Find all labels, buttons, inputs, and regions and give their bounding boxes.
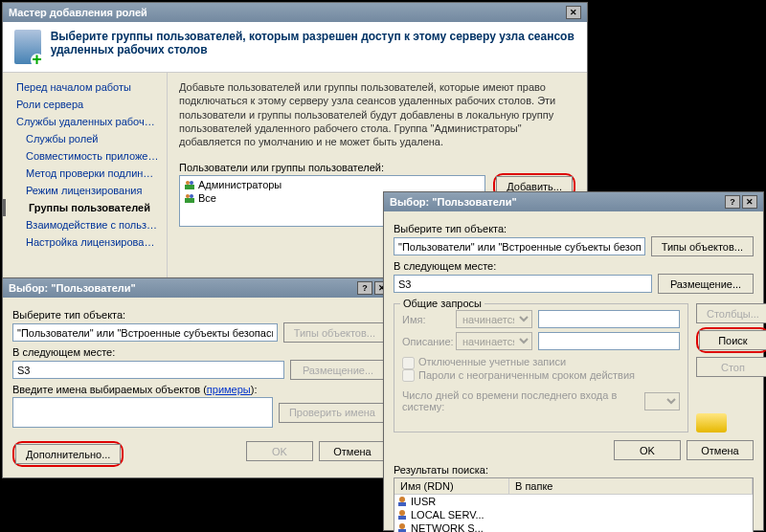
dlg1-type-field: [12, 323, 278, 342]
name-filter-label: Имя:: [402, 314, 450, 325]
close-icon[interactable]: ✕: [566, 6, 581, 19]
group-icon: [184, 192, 195, 204]
svg-point-1: [190, 181, 193, 185]
dlg1-titlebar[interactable]: Выбор: "Пользователи" ? ✕: [3, 278, 395, 298]
locations-button[interactable]: Размещение...: [290, 360, 386, 380]
results-table[interactable]: Имя (RDN) В папке IUSR LOCAL SERV... NET…: [394, 477, 754, 532]
svg-point-10: [399, 523, 405, 529]
stop-button[interactable]: Стоп: [696, 357, 766, 377]
nav-licensing-mode[interactable]: Режим лицензирования: [3, 182, 167, 199]
name-filter-input[interactable]: [538, 310, 680, 328]
wizard-titlebar[interactable]: Мастер добавления ролей ✕: [3, 3, 587, 22]
highlight-find: Поиск: [696, 327, 766, 353]
dlg2-loc-label: В следующем месте:: [394, 260, 754, 272]
table-row[interactable]: NETWORK S...: [394, 521, 753, 532]
nav-server-roles[interactable]: Роли сервера: [3, 96, 167, 113]
nav-before-start[interactable]: Перед началом работы: [3, 78, 167, 96]
help-icon[interactable]: ?: [725, 195, 740, 209]
dlg1-names-label: Введите имена выбираемых объектов (приме…: [12, 384, 386, 395]
users-list-label: Пользователи или группы пользователей:: [179, 162, 485, 173]
svg-rect-9: [398, 516, 406, 520]
user-icon: [396, 509, 408, 521]
dlg2-loc-field: [394, 275, 652, 293]
key-icon: [696, 413, 727, 432]
desc-filter-input[interactable]: [538, 332, 680, 350]
name-match-select[interactable]: начинается с: [456, 310, 532, 328]
cancel-button[interactable]: Отмена: [319, 441, 386, 461]
svg-point-4: [190, 194, 193, 198]
wizard-heading: Выберите группы пользователей, которым р…: [51, 30, 575, 64]
nav-app-compat[interactable]: Совместимость приложений: [3, 147, 167, 165]
nav-role-services[interactable]: Службы ролей: [3, 130, 167, 147]
list-item[interactable]: Администраторы: [182, 178, 483, 191]
wizard-description: Добавьте пользователей или группы пользо…: [179, 80, 575, 148]
dlg1-loc-label: В следующем месте:: [12, 346, 386, 358]
locations-button[interactable]: Размещение...: [658, 274, 754, 294]
table-row[interactable]: LOCAL SERV...: [394, 508, 753, 521]
svg-point-8: [399, 510, 405, 516]
examples-link[interactable]: примеры: [207, 384, 251, 395]
dlg1-type-label: Выберите тип объекта:: [12, 309, 386, 321]
days-since-login-label: Число дней со времени последнего входа в…: [402, 389, 639, 412]
nav-user-groups[interactable]: Группы пользователей: [3, 199, 167, 216]
results-label: Результаты поиска:: [394, 464, 754, 476]
dlg2-titlebar[interactable]: Выбор: "Пользователи" ? ✕: [384, 192, 763, 211]
non-expiring-pw-checkbox[interactable]: Пароли с неограниченным сроком действия: [402, 369, 635, 381]
cancel-button[interactable]: Отмена: [687, 440, 754, 460]
common-queries-group: Общие запросы Имя: начинается с Описание…: [394, 303, 688, 432]
dlg2-type-field: [394, 237, 645, 255]
user-icon: [396, 496, 408, 507]
object-types-button[interactable]: Типы объектов...: [283, 322, 386, 343]
ok-button[interactable]: OK: [246, 441, 313, 461]
svg-point-3: [186, 194, 190, 198]
nav-rds-services[interactable]: Службы удаленных рабочих ст...: [3, 113, 167, 130]
svg-point-6: [399, 497, 405, 502]
select-users-dialog-advanced: Выбор: "Пользователи" ? ✕ Выберите тип о…: [383, 191, 764, 531]
help-icon[interactable]: ?: [357, 281, 372, 295]
dlg2-type-label: Выберите тип объекта:: [394, 223, 754, 234]
desc-filter-label: Описание:: [402, 336, 450, 347]
group-icon: [184, 179, 195, 190]
find-now-button[interactable]: Поиск: [699, 330, 766, 350]
results-header[interactable]: Имя (RDN) В папке: [394, 478, 753, 495]
svg-rect-2: [185, 185, 194, 189]
disabled-accounts-checkbox[interactable]: Отключенные учетные записи: [402, 356, 566, 367]
ok-button[interactable]: OK: [614, 440, 681, 460]
queries-groupbox-label: Общие запросы: [400, 298, 484, 309]
check-names-button[interactable]: Проверить имена: [279, 403, 386, 423]
highlight-advanced: Дополнительно...: [12, 441, 124, 467]
nav-user-interaction[interactable]: Взаимодействие с пользова...: [3, 216, 167, 233]
dlg2-title: Выбор: "Пользователи": [390, 196, 517, 208]
wizard-header: Выберите группы пользователей, которым р…: [3, 22, 587, 73]
wizard-title: Мастер добавления ролей: [9, 7, 147, 18]
close-icon[interactable]: ✕: [742, 195, 757, 209]
table-row[interactable]: IUSR: [394, 495, 753, 508]
svg-rect-7: [398, 502, 406, 506]
wizard-nav: Перед началом работы Роли сервера Службы…: [3, 73, 168, 293]
advanced-button[interactable]: Дополнительно...: [15, 444, 121, 464]
dlg1-title: Выбор: "Пользователи": [9, 282, 136, 294]
svg-point-0: [186, 181, 190, 185]
svg-rect-5: [185, 198, 194, 203]
user-icon: [396, 522, 408, 532]
columns-button[interactable]: Столбцы...: [696, 303, 766, 323]
desc-match-select[interactable]: начинается с: [456, 332, 532, 350]
nav-licensing-config[interactable]: Настройка лицензирования ...: [3, 233, 167, 251]
nav-auth-method[interactable]: Метод проверки подлинности: [3, 165, 167, 182]
object-types-button[interactable]: Типы объектов...: [651, 236, 754, 256]
col-name[interactable]: Имя (RDN): [394, 478, 509, 494]
object-names-input[interactable]: [12, 397, 273, 428]
col-folder[interactable]: В папке: [509, 478, 753, 494]
select-users-dialog-small: Выбор: "Пользователи" ? ✕ Выберите тип о…: [2, 277, 396, 478]
days-select[interactable]: [644, 392, 680, 410]
server-role-icon: [14, 30, 41, 64]
dlg1-loc-field: [12, 361, 284, 379]
